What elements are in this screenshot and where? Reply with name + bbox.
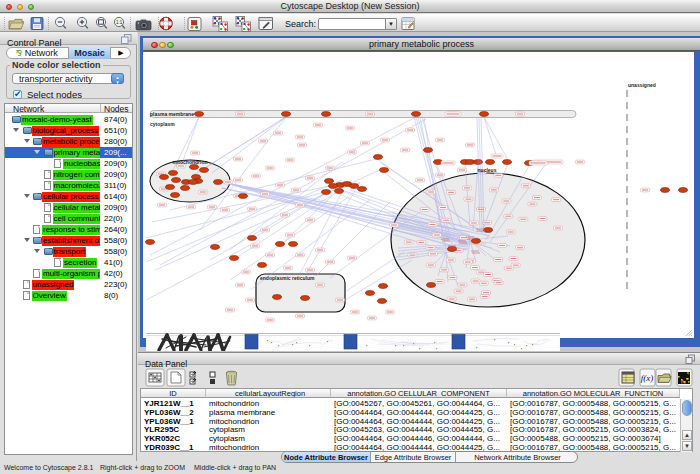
svg-text:plasma membrane: plasma membrane <box>150 111 194 117</box>
svg-text:endoplasmic reticulum: endoplasmic reticulum <box>260 275 315 281</box>
svg-text:cytoplasm: cytoplasm <box>150 121 175 127</box>
svg-text:f(x): f(x) <box>641 373 654 383</box>
svg-text:unassigned: unassigned <box>628 82 656 88</box>
svg-text:1:1: 1:1 <box>116 20 123 25</box>
svg-text:mitochondrion: mitochondrion <box>173 159 208 165</box>
svg-text:nucleus: nucleus <box>478 167 497 173</box>
